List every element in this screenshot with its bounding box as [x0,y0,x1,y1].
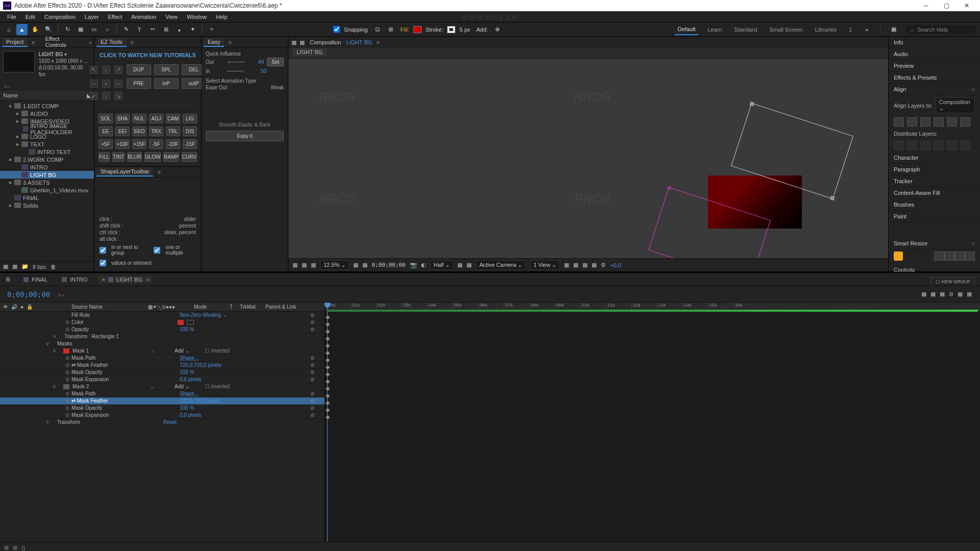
tl-icon-5[interactable]: ▦ [958,291,963,297]
keyframe-marker[interactable] [326,408,330,412]
menu-animation[interactable]: Animation [127,13,160,21]
ez-tint[interactable]: TINT [112,152,125,162]
t-col[interactable]: T [230,304,240,310]
viewer-comp-tab[interactable]: LIGHT BG [292,48,327,56]
tree-item-audio[interactable]: ▸AUDIO [0,110,94,117]
keyframe-marker[interactable] [326,337,330,341]
tree-item-light-bg[interactable]: LIGHT BG [0,171,94,179]
layer-row[interactable]: ⊙Color⊘ [0,319,325,326]
workspace-libraries[interactable]: Libraries [812,24,840,35]
keyframe-marker[interactable] [326,372,330,377]
home-tool-icon[interactable]: ⌂ [3,24,14,35]
parent-col[interactable]: Parent & Link [265,304,296,310]
ez-10f[interactable]: +10F [115,139,130,149]
sr-btn4[interactable] [965,252,975,261]
ez-ramp[interactable]: RAMP [163,152,179,162]
vf-btn1-icon[interactable]: ▦ [292,262,298,268]
stroke-width[interactable]: 5 px [457,27,472,33]
tree-item-1-edit-comp[interactable]: ▸1.EDIT COMP [0,102,94,110]
ez-lig[interactable]: LIG [183,114,197,123]
snap-opt2-icon[interactable]: ⊞ [385,24,397,35]
workspace-standard[interactable]: Standard [731,24,761,35]
vf-btn9-icon[interactable]: ▦ [573,262,578,268]
trkmat-col[interactable]: TrkMat [240,304,265,310]
ez-nul[interactable]: NUL [132,114,146,123]
tree-item-final[interactable]: FINAL [0,194,94,202]
tab-easy[interactable]: Easy [204,38,224,47]
pen-tool-icon[interactable]: ✎ [120,24,132,35]
menu-layer[interactable]: Layer [81,13,103,21]
tree-item-intro-text[interactable]: INTRO TEXT [0,148,94,156]
ellipse-tool-icon[interactable]: ○ [102,24,113,35]
ez-10f[interactable]: -10F [166,139,180,149]
tree-item-2-work-comp[interactable]: ▸2.WORK COMP [0,156,94,163]
align-target-dropdown[interactable]: Composition ⌄ [936,97,975,113]
new-folder-icon[interactable]: 📁 [21,263,29,270]
tree-item-text[interactable]: ▸TEXT [0,140,94,148]
ez-inp[interactable]: inP [154,78,179,89]
keyframe-marker[interactable] [326,351,330,355]
mode-col[interactable]: Mode [194,304,230,310]
ez-cam[interactable]: CAM [166,114,180,123]
vf-btn11-icon[interactable]: ▦ [592,262,597,268]
ez-eeo[interactable]: EEO [132,127,146,136]
snap-opt1-icon[interactable]: ⊡ [372,24,383,35]
align-bottom[interactable] [960,117,970,127]
stroke-swatch[interactable] [447,26,455,33]
interpret-icon[interactable]: ▦ [3,263,8,270]
switches-col[interactable]: ▦✦＼⊙●●● [148,304,194,311]
menu-effect[interactable]: Effect [104,13,126,21]
work-area-bar[interactable] [327,310,978,312]
workspace-default[interactable]: Default [675,24,699,35]
stroke-label[interactable]: Stroke: [424,27,446,33]
layer-row[interactable]: ⊙Mask Opacity100 %⊘ [0,369,325,376]
vf-btn2-icon[interactable]: ▦ [302,262,307,268]
tl-foot-3-icon[interactable]: {} [21,545,25,551]
audio-col-icon[interactable]: 🔊 [11,304,17,310]
viewer-canvas[interactable]: ↖ ▫ RRCG RRCG RRCG RRCG [288,59,888,258]
layer-row[interactable]: ⊙Opacity100 %⊘ [0,326,325,333]
viewer-menu-icon[interactable]: ≡ [376,39,379,45]
brush-tool-icon[interactable]: ✏ [147,24,158,35]
align-right[interactable] [920,117,930,127]
minimize-button[interactable]: ─ [916,0,936,11]
layer-row[interactable]: ⊙Mask PathShape...⊘ [0,390,325,397]
ez-dis[interactable]: DIS [183,127,197,136]
layer-row[interactable]: vMask 1⌄Add ⌄☐ Inverted [0,347,325,355]
zoom-tool-icon[interactable]: 🔍 [43,24,54,35]
layer-row[interactable]: ⊙Mask Expansion0,0 pixels⊘ [0,376,325,383]
align-vcenter[interactable] [947,117,957,127]
keyframe-marker[interactable] [326,401,330,405]
rectangle-tool-icon[interactable]: ▭ [88,24,100,35]
chk-values-element[interactable] [100,260,106,266]
sr-btn3[interactable] [954,252,965,261]
vf-btn4-icon[interactable]: ▦ [353,262,358,268]
align-hcenter[interactable] [907,117,917,127]
layer-row[interactable]: ⊙⇄ Mask Feather720,0,720,0 pixels⊘ [0,362,325,369]
menu-window[interactable]: Window [183,13,211,21]
zoom-dropdown[interactable]: 12.5% ⌄ [320,260,349,270]
timeline-search[interactable]: ⌕▾ [54,291,69,297]
hand-tool-icon[interactable]: ✋ [30,24,41,35]
ez-blur[interactable]: BLUR [127,152,142,162]
orbit-tool-icon[interactable]: ↻ [62,24,73,35]
ez-15f[interactable]: -15F [183,139,197,149]
tl-tab-intro[interactable]: INTRO [59,276,90,284]
keyframe-marker[interactable] [326,394,330,398]
snapping-checkbox[interactable] [333,26,340,33]
solo-col-icon[interactable]: ● [20,304,23,310]
ez-banner[interactable]: CLICK TO WATCH NEW TUTORIALS [94,48,201,62]
vf-gear-icon[interactable]: ⚙ [601,262,606,268]
tl-icon-3[interactable]: ▦ [940,291,945,297]
clone-tool-icon[interactable]: ⊞ [160,24,172,35]
ez-anchor-tl[interactable]: ↖ [90,66,98,74]
tl-icon-6[interactable]: ▦ [967,291,972,297]
search-help[interactable]: ⌕ Search Help [905,26,977,34]
ez-fill[interactable]: FILL [99,152,110,162]
ez-anchor-br[interactable]: ↘ [114,92,122,100]
layer-row[interactable]: ⊙Mask Opacity100 %⊘ [0,405,325,412]
tree-item-gherkin-1-videvo-mov[interactable]: Gherkin_1_Videvo.mov [0,186,94,194]
layer-row[interactable]: ⊙Mask PathShape...⊘ [0,355,325,362]
menu-edit[interactable]: Edit [21,13,39,21]
ez-15f[interactable]: +15F [132,139,146,149]
